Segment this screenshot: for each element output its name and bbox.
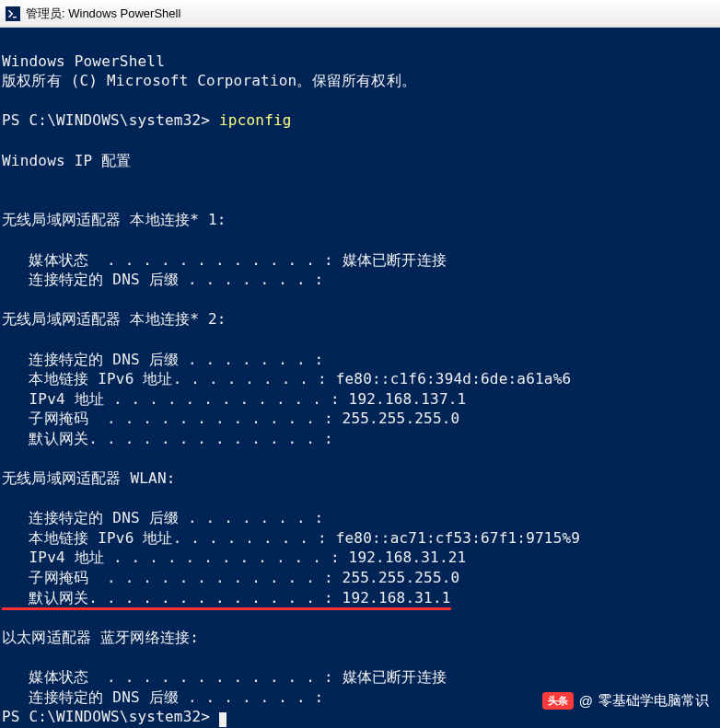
adapter2-dns: 连接特定的 DNS 后缀 . . . . . . . : bbox=[2, 351, 323, 368]
adapter1-dns: 连接特定的 DNS 后缀 . . . . . . . : bbox=[2, 271, 323, 288]
adapter1-media: 媒体状态 . . . . . . . . . . . . : 媒体已断开连接 bbox=[2, 251, 447, 269]
ipconfig-title: Windows IP 配置 bbox=[2, 152, 132, 169]
adapter3-ipv6: 本地链接 IPv6 地址. . . . . . . . : fe80::ac71… bbox=[2, 529, 580, 547]
adapter2-gw: 默认网关. . . . . . . . . . . . . : bbox=[2, 430, 333, 447]
prompt-1: PS C:\WINDOWS\system32> bbox=[2, 111, 219, 129]
watermark-badge: 头条 bbox=[542, 692, 574, 710]
ps-header-name: Windows PowerShell bbox=[2, 52, 165, 70]
adapter3-name: 无线局域网适配器 WLAN: bbox=[2, 469, 176, 487]
prompt-2: PS C:\WINDOWS\system32> bbox=[2, 708, 219, 725]
adapter2-name: 无线局域网适配器 本地连接* 2: bbox=[2, 310, 226, 328]
adapter1-name: 无线局域网适配器 本地连接* 1: bbox=[2, 211, 226, 228]
adapter3-mask: 子网掩码 . . . . . . . . . . . . : 255.255.2… bbox=[2, 569, 459, 586]
watermark: 头条 @ 零基础学电脑常识 bbox=[542, 692, 709, 710]
window-title-bar[interactable]: 管理员: Windows PowerShell bbox=[0, 0, 720, 28]
powershell-icon bbox=[6, 6, 20, 21]
window-title: 管理员: Windows PowerShell bbox=[26, 6, 180, 22]
adapter4-name: 以太网适配器 蓝牙网络连接: bbox=[2, 629, 199, 646]
watermark-name: 零基础学电脑常识 bbox=[598, 692, 709, 710]
adapter3-gateway-highlighted: 默认网关. . . . . . . . . . . . . : 192.168.… bbox=[2, 588, 451, 611]
command-ipconfig: ipconfig bbox=[219, 111, 292, 129]
adapter3-dns: 连接特定的 DNS 后缀 . . . . . . . : bbox=[2, 509, 323, 526]
adapter4-media: 媒体状态 . . . . . . . . . . . . : 媒体已断开连接 bbox=[2, 668, 447, 686]
watermark-at: @ bbox=[579, 693, 593, 709]
cursor bbox=[219, 712, 226, 727]
terminal-output[interactable]: Windows PowerShell 版权所有 (C) Microsoft Co… bbox=[0, 28, 720, 728]
adapter3-ipv4: IPv4 地址 . . . . . . . . . . . . : 192.16… bbox=[2, 549, 466, 566]
adapter2-mask: 子网掩码 . . . . . . . . . . . . : 255.255.2… bbox=[2, 410, 459, 427]
adapter2-ipv6: 本地链接 IPv6 地址. . . . . . . . : fe80::c1f6… bbox=[2, 370, 571, 387]
adapter2-ipv4: IPv4 地址 . . . . . . . . . . . . : 192.16… bbox=[2, 390, 466, 408]
ps-header-copyright: 版权所有 (C) Microsoft Corporation。保留所有权利。 bbox=[2, 72, 416, 89]
adapter4-dns: 连接特定的 DNS 后缀 . . . . . . . : bbox=[2, 688, 323, 706]
